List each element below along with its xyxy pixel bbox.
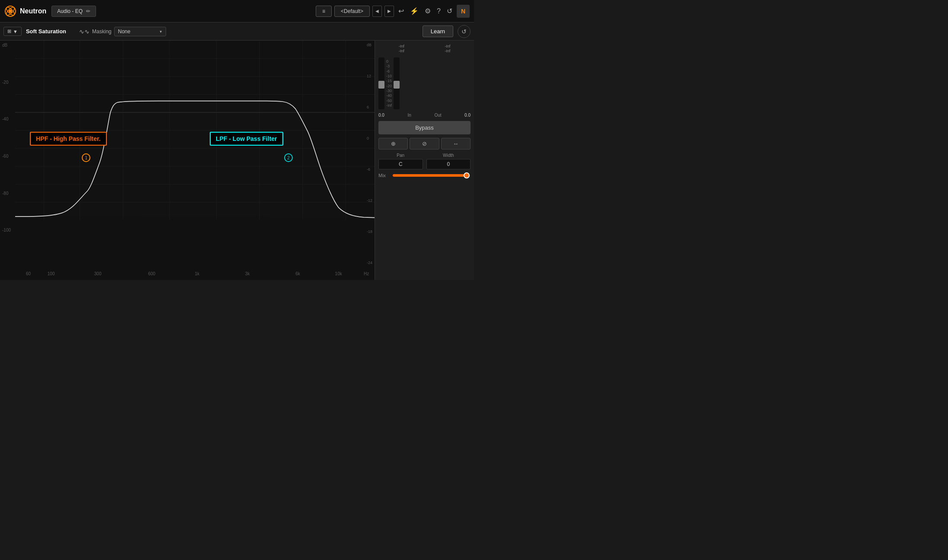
dropdown-icon: ▼ [13, 29, 18, 34]
stereo-icon: ↔ [453, 140, 458, 147]
mix-row: Mix [378, 173, 471, 178]
link-button[interactable]: ⊕ [378, 138, 408, 150]
preset-label: <Default> [341, 8, 363, 14]
input-slider-container [378, 57, 384, 109]
reset-icon: ↺ [461, 28, 467, 35]
module-label: Audio - EQ [57, 8, 83, 14]
db-labels-left: dB -20 -40 -60 -80 -100 [0, 41, 15, 267]
link-icon: ⊕ [391, 140, 396, 147]
hz-300: 300 [94, 271, 102, 276]
output-slider-container [394, 57, 400, 109]
db-right-24: -24 [367, 261, 372, 265]
input-slider-thumb[interactable] [378, 81, 384, 89]
output-slider-thumb[interactable] [394, 81, 400, 89]
bypass-button[interactable]: Bypass [378, 121, 471, 134]
filter-handle-1[interactable]: 1 [82, 153, 90, 162]
lpf-label-text: LPF - Low Pass Filter [216, 135, 277, 142]
eq-curve-svg [15, 41, 375, 220]
filter-2-number: 2 [287, 156, 290, 160]
hz-unit: Hz [364, 271, 369, 276]
mix-label: Mix [378, 173, 389, 178]
preset-area: ≡ <Default> ◀ ▶ ↩ ⚡ ⚙ ? ↺ N [316, 5, 470, 18]
masking-select-wrapper[interactable]: None Option 1 Option 2 [114, 27, 166, 36]
app-name: Neutron [20, 7, 46, 15]
help-button[interactable]: ? [435, 6, 442, 17]
hz-labels: 60 100 300 600 1k 3k 6k 10k Hz [15, 267, 375, 280]
hz-10k: 10k [335, 271, 342, 276]
logo-area: Neutron [4, 5, 46, 17]
inf-labels-top: -Inf -Inf -Inf -Inf [378, 44, 471, 54]
db-label-top: dB [2, 43, 13, 48]
filter-1-number: 1 [85, 156, 87, 160]
phase-button[interactable]: ⊘ [410, 138, 439, 150]
lpf-label: LPF - Low Pass Filter [210, 132, 283, 146]
settings-button[interactable]: ⚙ [423, 5, 432, 17]
in-out-row: 0.0 In Out 0.0 [378, 113, 471, 118]
main-content: dB -20 -40 -60 -80 -100 dB 12 6 0 -6 -12… [0, 41, 474, 280]
pan-value[interactable]: C [378, 159, 423, 169]
hz-600: 600 [148, 271, 155, 276]
hz-3k: 3k [245, 271, 250, 276]
pan-width-row: Pan C Width 0 [378, 153, 471, 169]
second-bar: ⊞ ▼ Soft Saturation ∿∿ Masking None Opti… [0, 22, 474, 41]
neutron-logo-badge: N [457, 5, 470, 18]
undo-button[interactable]: ↺ [445, 5, 454, 17]
hpf-label: HPF - High Pass Filter. [30, 132, 106, 146]
phase-icon: ⊘ [422, 140, 427, 147]
in-label: In [407, 113, 411, 118]
mix-thumb[interactable] [464, 172, 470, 178]
preset-list-icon[interactable]: ≡ [316, 6, 332, 17]
sliders-section: 0 -3 -6 -10 -15 -20 -30 -40 -50 -Inf [378, 57, 471, 109]
inf-mid-right: -Inf [445, 49, 450, 53]
svg-point-1 [9, 10, 12, 13]
width-label: Width [426, 153, 471, 158]
filter-handle-2[interactable]: 2 [284, 153, 293, 162]
hz-6k: 6k [295, 271, 300, 276]
masking-icon: ∿∿ [79, 28, 90, 35]
preset-selector[interactable]: <Default> [334, 6, 370, 17]
module-selector[interactable]: Audio - EQ ✏ [51, 6, 96, 17]
top-bar: Neutron Audio - EQ ✏ ≡ <Default> ◀ ▶ ↩ ⚡… [0, 0, 474, 22]
undo-icon: ↺ [447, 7, 452, 15]
masking-dropdown[interactable]: None Option 1 Option 2 [114, 27, 166, 36]
preset-prev-button[interactable]: ◀ [372, 6, 382, 17]
db-label-20: -20 [2, 80, 13, 85]
inf-top-right: -Inf [445, 44, 450, 48]
eq-display: dB -20 -40 -60 -80 -100 dB 12 6 0 -6 -12… [0, 41, 375, 280]
in-value: 0.0 [378, 113, 384, 118]
mix-slider[interactable] [393, 174, 471, 177]
width-value[interactable]: 0 [426, 159, 471, 169]
grid-icon: ⊞ [7, 29, 11, 34]
reset-button[interactable]: ↺ [458, 25, 471, 38]
module-toggle-button[interactable]: ⊞ ▼ [3, 27, 22, 36]
masking-area: ∿∿ Masking None Option 1 Option 2 [79, 27, 166, 36]
help-icon: ? [437, 7, 441, 15]
inf-mid-left: -Inf [399, 49, 404, 53]
preset-next-button[interactable]: ▶ [384, 6, 394, 17]
pan-label: Pan [378, 153, 423, 158]
history-icon: ↩ [398, 7, 404, 15]
width-group: Width 0 [426, 153, 471, 169]
hz-1k: 1k [195, 271, 200, 276]
hpf-label-text: HPF - High Pass Filter. [36, 135, 100, 142]
list-icon: ≡ [322, 8, 325, 14]
right-panel: -Inf -Inf -Inf -Inf 0 -3 -6 -10 - [375, 41, 474, 280]
lightning-button[interactable]: ⚡ [408, 5, 420, 17]
hz-60: 60 [26, 271, 31, 276]
gear-icon: ⚙ [425, 7, 431, 15]
db-label-60: -60 [2, 154, 13, 159]
pan-group: Pan C [378, 153, 423, 169]
history-button[interactable]: ↩ [397, 5, 406, 17]
db-scale-middle: 0 -3 -6 -10 -15 -20 -30 -40 -50 -Inf [386, 57, 392, 109]
learn-button[interactable]: Learn [423, 25, 453, 37]
hz-100: 100 [48, 271, 55, 276]
soft-saturation-label: Soft Saturation [26, 28, 66, 35]
lightning-icon: ⚡ [410, 7, 419, 15]
masking-label: Masking [92, 29, 112, 35]
db-label-100: -100 [2, 228, 13, 232]
output-slider-track[interactable] [394, 57, 400, 109]
out-value: 0.0 [464, 113, 471, 118]
stereo-button[interactable]: ↔ [441, 138, 471, 150]
db-label-40: -40 [2, 117, 13, 121]
input-slider-track[interactable] [378, 57, 384, 109]
